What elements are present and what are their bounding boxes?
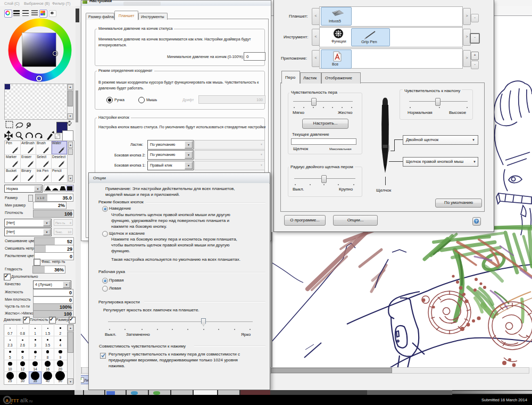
svg-text:rтт: rтт [11,398,19,403]
svg-text:.ru: .ru [28,399,32,403]
svg-text:a: a [6,398,9,403]
svg-text:alk: alk [20,398,28,403]
